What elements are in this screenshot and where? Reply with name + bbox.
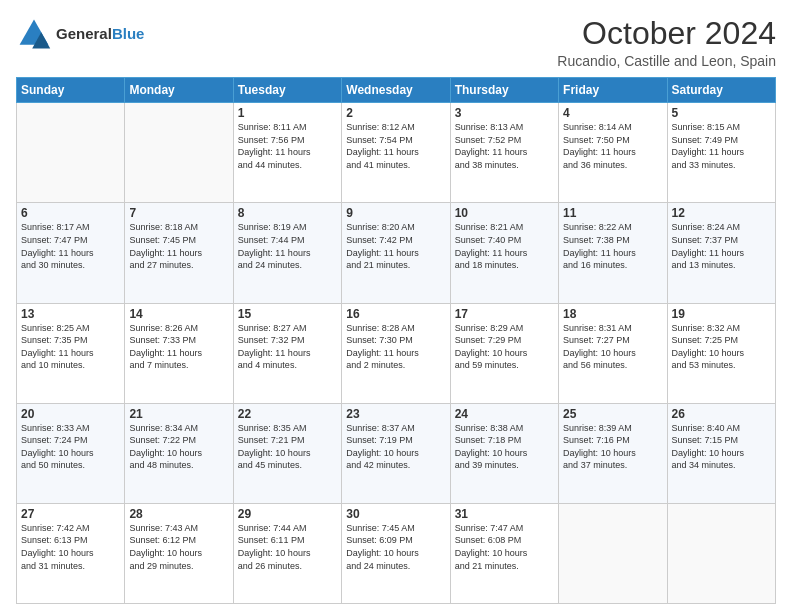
day-number: 31 [455, 507, 554, 521]
day-info: Sunrise: 7:44 AM Sunset: 6:11 PM Dayligh… [238, 522, 337, 572]
day-info: Sunrise: 8:24 AM Sunset: 7:37 PM Dayligh… [672, 221, 771, 271]
day-number: 30 [346, 507, 445, 521]
day-number: 20 [21, 407, 120, 421]
day-number: 22 [238, 407, 337, 421]
day-info: Sunrise: 8:14 AM Sunset: 7:50 PM Dayligh… [563, 121, 662, 171]
col-wednesday: Wednesday [342, 78, 450, 103]
day-info: Sunrise: 8:39 AM Sunset: 7:16 PM Dayligh… [563, 422, 662, 472]
day-info: Sunrise: 8:29 AM Sunset: 7:29 PM Dayligh… [455, 322, 554, 372]
col-saturday: Saturday [667, 78, 775, 103]
day-number: 10 [455, 206, 554, 220]
day-number: 5 [672, 106, 771, 120]
week-row-3: 13Sunrise: 8:25 AM Sunset: 7:35 PM Dayli… [17, 303, 776, 403]
calendar-cell: 10Sunrise: 8:21 AM Sunset: 7:40 PM Dayli… [450, 203, 558, 303]
calendar-cell: 19Sunrise: 8:32 AM Sunset: 7:25 PM Dayli… [667, 303, 775, 403]
day-number: 16 [346, 307, 445, 321]
day-info: Sunrise: 8:13 AM Sunset: 7:52 PM Dayligh… [455, 121, 554, 171]
calendar-cell: 4Sunrise: 8:14 AM Sunset: 7:50 PM Daylig… [559, 103, 667, 203]
calendar-cell: 20Sunrise: 8:33 AM Sunset: 7:24 PM Dayli… [17, 403, 125, 503]
day-info: Sunrise: 7:45 AM Sunset: 6:09 PM Dayligh… [346, 522, 445, 572]
page: GeneralBlue October 2024 Rucandio, Casti… [0, 0, 792, 612]
calendar-cell: 13Sunrise: 8:25 AM Sunset: 7:35 PM Dayli… [17, 303, 125, 403]
week-row-5: 27Sunrise: 7:42 AM Sunset: 6:13 PM Dayli… [17, 503, 776, 603]
logo-text: GeneralBlue [56, 25, 144, 42]
calendar-cell: 14Sunrise: 8:26 AM Sunset: 7:33 PM Dayli… [125, 303, 233, 403]
day-info: Sunrise: 8:35 AM Sunset: 7:21 PM Dayligh… [238, 422, 337, 472]
day-info: Sunrise: 7:47 AM Sunset: 6:08 PM Dayligh… [455, 522, 554, 572]
day-number: 29 [238, 507, 337, 521]
calendar-cell: 2Sunrise: 8:12 AM Sunset: 7:54 PM Daylig… [342, 103, 450, 203]
calendar-cell: 23Sunrise: 8:37 AM Sunset: 7:19 PM Dayli… [342, 403, 450, 503]
col-thursday: Thursday [450, 78, 558, 103]
day-number: 26 [672, 407, 771, 421]
subtitle: Rucandio, Castille and Leon, Spain [557, 53, 776, 69]
calendar-cell: 29Sunrise: 7:44 AM Sunset: 6:11 PM Dayli… [233, 503, 341, 603]
col-friday: Friday [559, 78, 667, 103]
calendar-cell: 11Sunrise: 8:22 AM Sunset: 7:38 PM Dayli… [559, 203, 667, 303]
day-number: 4 [563, 106, 662, 120]
day-number: 8 [238, 206, 337, 220]
day-number: 25 [563, 407, 662, 421]
day-info: Sunrise: 8:25 AM Sunset: 7:35 PM Dayligh… [21, 322, 120, 372]
day-number: 28 [129, 507, 228, 521]
day-info: Sunrise: 8:17 AM Sunset: 7:47 PM Dayligh… [21, 221, 120, 271]
calendar-body: 1Sunrise: 8:11 AM Sunset: 7:56 PM Daylig… [17, 103, 776, 604]
day-info: Sunrise: 8:34 AM Sunset: 7:22 PM Dayligh… [129, 422, 228, 472]
day-info: Sunrise: 8:32 AM Sunset: 7:25 PM Dayligh… [672, 322, 771, 372]
day-number: 21 [129, 407, 228, 421]
calendar-cell: 24Sunrise: 8:38 AM Sunset: 7:18 PM Dayli… [450, 403, 558, 503]
calendar-header-row: Sunday Monday Tuesday Wednesday Thursday… [17, 78, 776, 103]
logo-icon [16, 16, 52, 52]
calendar-cell [125, 103, 233, 203]
day-info: Sunrise: 7:43 AM Sunset: 6:12 PM Dayligh… [129, 522, 228, 572]
day-info: Sunrise: 8:20 AM Sunset: 7:42 PM Dayligh… [346, 221, 445, 271]
calendar-cell: 17Sunrise: 8:29 AM Sunset: 7:29 PM Dayli… [450, 303, 558, 403]
day-number: 2 [346, 106, 445, 120]
title-block: October 2024 Rucandio, Castille and Leon… [557, 16, 776, 69]
day-info: Sunrise: 8:15 AM Sunset: 7:49 PM Dayligh… [672, 121, 771, 171]
day-number: 23 [346, 407, 445, 421]
calendar-table: Sunday Monday Tuesday Wednesday Thursday… [16, 77, 776, 604]
calendar-cell: 30Sunrise: 7:45 AM Sunset: 6:09 PM Dayli… [342, 503, 450, 603]
calendar-cell: 28Sunrise: 7:43 AM Sunset: 6:12 PM Dayli… [125, 503, 233, 603]
calendar-cell: 31Sunrise: 7:47 AM Sunset: 6:08 PM Dayli… [450, 503, 558, 603]
col-tuesday: Tuesday [233, 78, 341, 103]
calendar-cell: 18Sunrise: 8:31 AM Sunset: 7:27 PM Dayli… [559, 303, 667, 403]
col-monday: Monday [125, 78, 233, 103]
day-number: 12 [672, 206, 771, 220]
calendar-cell: 26Sunrise: 8:40 AM Sunset: 7:15 PM Dayli… [667, 403, 775, 503]
day-info: Sunrise: 8:22 AM Sunset: 7:38 PM Dayligh… [563, 221, 662, 271]
calendar-cell: 27Sunrise: 7:42 AM Sunset: 6:13 PM Dayli… [17, 503, 125, 603]
calendar-cell [667, 503, 775, 603]
logo: GeneralBlue [16, 16, 144, 52]
day-info: Sunrise: 8:40 AM Sunset: 7:15 PM Dayligh… [672, 422, 771, 472]
day-number: 14 [129, 307, 228, 321]
calendar-cell: 21Sunrise: 8:34 AM Sunset: 7:22 PM Dayli… [125, 403, 233, 503]
calendar-cell: 6Sunrise: 8:17 AM Sunset: 7:47 PM Daylig… [17, 203, 125, 303]
day-number: 27 [21, 507, 120, 521]
day-number: 13 [21, 307, 120, 321]
calendar-cell: 8Sunrise: 8:19 AM Sunset: 7:44 PM Daylig… [233, 203, 341, 303]
calendar-cell: 9Sunrise: 8:20 AM Sunset: 7:42 PM Daylig… [342, 203, 450, 303]
calendar-cell: 7Sunrise: 8:18 AM Sunset: 7:45 PM Daylig… [125, 203, 233, 303]
calendar-cell: 16Sunrise: 8:28 AM Sunset: 7:30 PM Dayli… [342, 303, 450, 403]
calendar-cell: 3Sunrise: 8:13 AM Sunset: 7:52 PM Daylig… [450, 103, 558, 203]
day-number: 3 [455, 106, 554, 120]
day-info: Sunrise: 8:11 AM Sunset: 7:56 PM Dayligh… [238, 121, 337, 171]
main-title: October 2024 [557, 16, 776, 51]
week-row-2: 6Sunrise: 8:17 AM Sunset: 7:47 PM Daylig… [17, 203, 776, 303]
calendar-cell: 22Sunrise: 8:35 AM Sunset: 7:21 PM Dayli… [233, 403, 341, 503]
day-info: Sunrise: 8:33 AM Sunset: 7:24 PM Dayligh… [21, 422, 120, 472]
week-row-4: 20Sunrise: 8:33 AM Sunset: 7:24 PM Dayli… [17, 403, 776, 503]
day-info: Sunrise: 8:18 AM Sunset: 7:45 PM Dayligh… [129, 221, 228, 271]
day-info: Sunrise: 8:21 AM Sunset: 7:40 PM Dayligh… [455, 221, 554, 271]
day-info: Sunrise: 8:31 AM Sunset: 7:27 PM Dayligh… [563, 322, 662, 372]
calendar-cell: 25Sunrise: 8:39 AM Sunset: 7:16 PM Dayli… [559, 403, 667, 503]
day-number: 19 [672, 307, 771, 321]
calendar-cell: 5Sunrise: 8:15 AM Sunset: 7:49 PM Daylig… [667, 103, 775, 203]
day-info: Sunrise: 8:38 AM Sunset: 7:18 PM Dayligh… [455, 422, 554, 472]
day-info: Sunrise: 8:12 AM Sunset: 7:54 PM Dayligh… [346, 121, 445, 171]
day-info: Sunrise: 8:37 AM Sunset: 7:19 PM Dayligh… [346, 422, 445, 472]
calendar-cell: 12Sunrise: 8:24 AM Sunset: 7:37 PM Dayli… [667, 203, 775, 303]
day-info: Sunrise: 8:19 AM Sunset: 7:44 PM Dayligh… [238, 221, 337, 271]
